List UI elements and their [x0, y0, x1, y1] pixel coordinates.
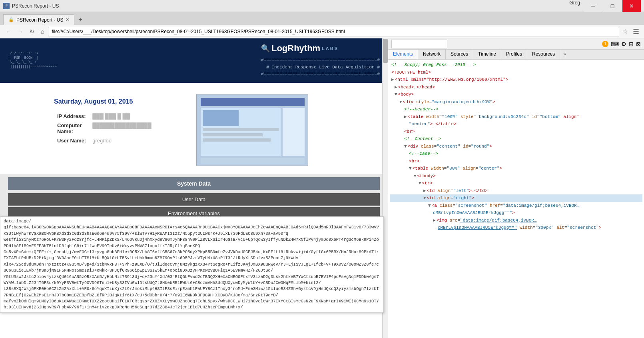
svg-rect-5: [203, 110, 239, 126]
tree-line-comment-content: <!--Content-->: [390, 135, 642, 143]
tab-icon: 🔒: [8, 17, 14, 22]
close-button[interactable]: ✕: [622, 0, 641, 12]
minimize-button[interactable]: ─: [584, 0, 602, 12]
user-name: Greg: [569, 0, 580, 12]
svg-rect-4: [201, 158, 305, 164]
tab-network[interactable]: Network: [418, 50, 446, 59]
tab-elements[interactable]: Elements: [388, 50, 418, 59]
tree-line-comment-case: <!--Case-->: [390, 150, 642, 158]
tab-label: PSRecon Report - US: [16, 17, 63, 23]
search-icon: 🔍: [261, 44, 270, 53]
settings-icon[interactable]: ⚙: [621, 41, 626, 47]
more-tabs-icon[interactable]: »: [560, 50, 569, 59]
case-table: Saturday, August 01, 2015 IP Address: ██…: [45, 89, 343, 171]
svg-rect-1: [201, 98, 305, 106]
img-src-link2[interactable]: cMBrLvpInOwAAAABJRU5ErkJggg==": [438, 225, 517, 230]
scroll-thumb[interactable]: [383, 39, 388, 63]
screenshot-cell: [192, 90, 342, 170]
tree-line-tbody: ▼<tbody>: [390, 172, 642, 180]
reload-button[interactable]: ↻: [27, 28, 37, 36]
tree-line-td-right[interactable]: ▼<td align="right">: [390, 194, 642, 202]
nav-item-user-data[interactable]: User Data: [8, 193, 380, 206]
psrecon-header: /`/ `/` `/` `/ | PSR ECON | \_ \_ \_ \_ …: [0, 38, 388, 83]
tree-line-br1: <br>: [390, 128, 642, 136]
content-area: Saturday, August 01, 2015 IP Address: ██…: [0, 83, 388, 174]
system-data-header: System Data: [8, 177, 380, 190]
back-button[interactable]: ←: [3, 28, 14, 36]
tree-line-a-screenshot2: cMBrLvpInOwAAAABJRU5ErkJggg==">: [390, 209, 642, 217]
window-title: PSRecon Report - US: [12, 3, 59, 9]
tab-timeline[interactable]: Timeline: [473, 50, 501, 59]
tab-resources[interactable]: Resources: [527, 50, 560, 59]
logrhythm-logo: 🔍 LogRhythm LABS: [261, 43, 380, 54]
tab-sources[interactable]: Sources: [446, 50, 473, 59]
main-area: /`/ `/` `/` `/ | PSR ECON | \_ \_ \_ \_ …: [0, 38, 644, 338]
tab-bar: 🔒 PSRecon Report - US ✕ +: [0, 12, 644, 25]
tree-line-comment1: <!-- &copy; Greg Foss - 2015 -->: [390, 61, 642, 69]
ascii-art: /`/ `/` `/` `/ | PSR ECON | \_ \_ \_ \_ …: [8, 52, 57, 69]
devtools-search-input[interactable]: [391, 40, 447, 48]
nav-bar: ← → ↻ ⌂ ☆ ☰: [0, 25, 644, 38]
tooltip-text: data:image/ gif;base64,iVBORw0KGgoAAAANS…: [4, 219, 379, 310]
forward-button[interactable]: →: [15, 28, 26, 36]
new-tab-button[interactable]: +: [74, 14, 86, 25]
svg-rect-6: [203, 128, 279, 131]
devtools-icons: 1 ⌨ ⚙ ⊟ ⊠: [602, 41, 641, 47]
user-value: greg/foo: [89, 136, 154, 145]
img-src-link[interactable]: "data:image/gif;base64,iVBOR…: [460, 218, 536, 223]
browser-tab[interactable]: 🔒 PSRecon Report - US ✕: [3, 14, 74, 25]
devtools-toolbar: 1 ⌨ ⚙ ⊟ ⊠: [388, 38, 644, 50]
incident-text: #=======================================…: [261, 57, 380, 78]
computer-label: ComputerName:: [54, 121, 89, 136]
tree-line-table1: ▶<table width="100%" style="background:#…: [390, 113, 642, 121]
tree-line-head: ▶<head>…</head>: [390, 84, 642, 91]
window-icon: IE: [3, 3, 10, 9]
logo-text: LogRhythm: [271, 43, 320, 54]
svg-rect-7: [203, 133, 263, 136]
svg-rect-3: [283, 108, 305, 156]
psrecon-right: 🔍 LogRhythm LABS #======================…: [261, 43, 380, 78]
tree-line-img2: cMBrLvpInOwAAAABJRU5ErkJggg==" width="30…: [390, 224, 642, 232]
undock-icon[interactable]: ⊠: [636, 41, 641, 47]
ascii-art-text: /`/ `/` `/` `/ | PSR ECON | \_ \_ \_ \_ …: [8, 52, 57, 69]
tree-line-div-content: ▼<div class="content" id="round">: [390, 143, 642, 150]
html-tree: <!-- &copy; Greg Foss - 2015 --> <!DOCTY…: [388, 60, 644, 338]
ip-value: ███ ███ █ ██: [89, 112, 154, 121]
data-uri-tooltip: data:image/ gif;base64,iVBORw0KGgoAAAANS…: [0, 216, 384, 313]
tree-line-img: ▶<img src="data:image/gif;base64,iVBOR…: [390, 217, 642, 224]
bookmark-icon[interactable]: ☆: [621, 28, 630, 35]
maximize-button[interactable]: □: [603, 0, 622, 12]
title-bar-left: IE PSRecon Report - US: [3, 3, 59, 9]
tree-line-td-left: ▶<td align="left">…</td>: [390, 187, 642, 195]
tab-profiles[interactable]: Profiles: [501, 50, 527, 59]
tree-line-doctype: <!DOCTYPE html>: [390, 69, 642, 76]
warning-badge: 1: [602, 41, 608, 47]
window-controls: Greg ─ □ ✕: [569, 0, 641, 12]
dock-icon[interactable]: ⊟: [629, 41, 634, 47]
ip-label: IP Address:: [54, 112, 89, 121]
console-icon[interactable]: ⌨: [611, 41, 619, 47]
report-date: Saturday, August 01, 2015: [54, 98, 183, 105]
tree-line-html: ▶<html xmlns="http://www.w3.org/1999/xht…: [390, 76, 642, 84]
tree-line-div1: ▼<div style="margin:auto;width:90%">: [390, 98, 642, 106]
tab-close-button[interactable]: ✕: [66, 17, 69, 22]
tree-line-table2: ▼<table width="80%" align="center">: [390, 165, 642, 172]
tree-line-comment-header: <!--Header-->: [390, 106, 642, 113]
tree-line-br2: <br>: [390, 158, 642, 165]
home-button[interactable]: ⌂: [38, 28, 46, 36]
tree-line-tr: ▼<tr>: [390, 180, 642, 187]
user-label: User Name:: [54, 136, 89, 145]
info-table: IP Address: ███ ███ █ ██ ComputerName: █…: [54, 112, 155, 145]
devtools-panel: 1 ⌨ ⚙ ⊟ ⊠ Elements Network Sources Timel…: [388, 38, 644, 338]
menu-icon[interactable]: ☰: [631, 27, 641, 36]
computer-value: ████████████████: [89, 121, 154, 136]
web-panel: /`/ `/` `/` `/ | PSR ECON | \_ \_ \_ \_ …: [0, 38, 388, 338]
labs-text: LABS: [322, 46, 339, 51]
address-bar[interactable]: [48, 27, 619, 36]
screenshot-svg: [197, 94, 308, 166]
case-info-cell: Saturday, August 01, 2015 IP Address: ██…: [46, 90, 191, 170]
tree-line-a-screenshot: ▼<a class="screenshot" href="data:image/…: [390, 202, 642, 210]
svg-rect-8: [203, 138, 271, 142]
tree-line-table1b: "center">…</table>: [390, 120, 642, 128]
screenshot-image: [196, 94, 308, 166]
